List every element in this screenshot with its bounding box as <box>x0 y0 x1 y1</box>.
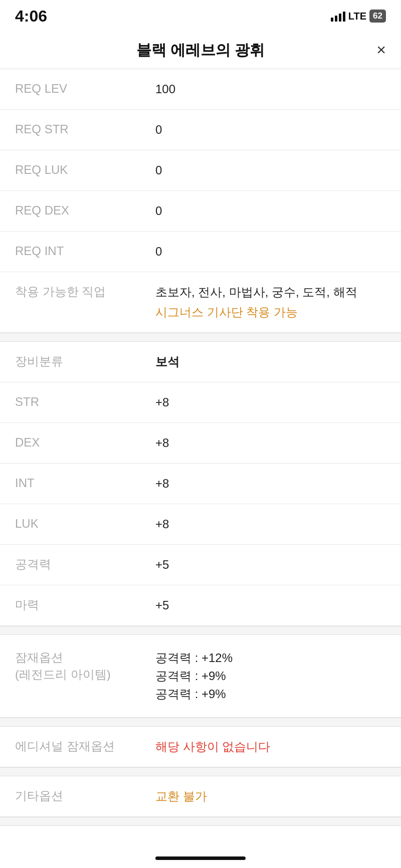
table-row: 공격력 +5 <box>0 545 401 585</box>
signal-icon <box>331 11 345 22</box>
table-row: INT +8 <box>0 464 401 504</box>
req-luk-label: REQ LUK <box>15 161 155 178</box>
dialog-title: 블랙 에레브의 광휘 <box>136 42 265 58</box>
dex-label: DEX <box>15 434 155 451</box>
category-value: 보석 <box>155 353 386 371</box>
req-int-label: REQ INT <box>15 243 155 260</box>
luk-label: LUK <box>15 515 155 532</box>
req-int-value: 0 <box>155 243 386 261</box>
lte-label: LTE <box>348 11 366 22</box>
table-row: LUK +8 <box>0 504 401 545</box>
str-value: +8 <box>155 393 386 411</box>
etc-row: 기타옵션 교환 불가 <box>0 776 401 817</box>
table-row: REQ LEV 100 <box>0 69 401 110</box>
table-row: REQ STR 0 <box>0 110 401 150</box>
section-divider <box>0 817 401 826</box>
req-dex-value: 0 <box>155 202 386 220</box>
req-dex-label: REQ DEX <box>15 202 155 219</box>
magic-value: +5 <box>155 596 386 614</box>
section-divider <box>0 718 401 727</box>
potential-label: 잠재옵션 (레전드리 아이템) <box>15 649 155 683</box>
status-bar: 4:06 LTE 62 <box>0 0 401 30</box>
job-row: 착용 가능한 직업 초보자, 전사, 마법사, 궁수, 도적, 해적 시그너스 … <box>0 272 401 333</box>
table-row: 장비분류 보석 <box>0 342 401 382</box>
status-icons: LTE 62 <box>331 10 386 23</box>
table-row: REQ INT 0 <box>0 232 401 272</box>
luk-value: +8 <box>155 515 386 533</box>
additional-potential-label: 에디셔널 잠재옵션 <box>15 738 155 755</box>
additional-potential-value: 해당 사항이 없습니다 <box>155 738 386 756</box>
section-divider <box>0 767 401 776</box>
req-lev-value: 100 <box>155 80 386 98</box>
etc-value: 교환 불가 <box>155 787 386 805</box>
req-str-value: 0 <box>155 121 386 139</box>
table-row: REQ DEX 0 <box>0 191 401 232</box>
battery-indicator: 62 <box>369 10 386 23</box>
dex-value: +8 <box>155 434 386 452</box>
section-divider <box>0 333 401 342</box>
table-row: 마력 +5 <box>0 585 401 626</box>
table-row: REQ LUK 0 <box>0 150 401 191</box>
req-luk-value: 0 <box>155 161 386 179</box>
table-row: DEX +8 <box>0 423 401 464</box>
attack-value: +5 <box>155 556 386 574</box>
info-table: REQ LEV 100 REQ STR 0 REQ LUK 0 REQ DEX … <box>0 69 401 826</box>
req-str-label: REQ STR <box>15 121 155 138</box>
int-value: +8 <box>155 475 386 493</box>
dialog-header: 블랙 에레브의 광휘 × <box>0 30 401 69</box>
potential-value: 공격력 : +12% 공격력 : +9% 공격력 : +9% <box>155 649 386 703</box>
job-value: 초보자, 전사, 마법사, 궁수, 도적, 해적 시그너스 기사단 착용 가능 <box>155 283 386 321</box>
home-indicator <box>155 856 246 860</box>
req-lev-label: REQ LEV <box>15 80 155 97</box>
status-time: 4:06 <box>15 7 47 26</box>
attack-label: 공격력 <box>15 556 155 573</box>
str-label: STR <box>15 393 155 410</box>
job-label: 착용 가능한 직업 <box>15 283 155 300</box>
category-label: 장비분류 <box>15 353 155 370</box>
close-button[interactable]: × <box>376 42 386 58</box>
potential-row: 잠재옵션 (레전드리 아이템) 공격력 : +12% 공격력 : +9% 공격력… <box>0 635 401 718</box>
int-label: INT <box>15 475 155 492</box>
magic-label: 마력 <box>15 596 155 613</box>
additional-potential-row: 에디셔널 잠재옵션 해당 사항이 없습니다 <box>0 727 401 767</box>
etc-label: 기타옵션 <box>15 787 155 804</box>
table-row: STR +8 <box>0 382 401 423</box>
section-divider <box>0 626 401 635</box>
